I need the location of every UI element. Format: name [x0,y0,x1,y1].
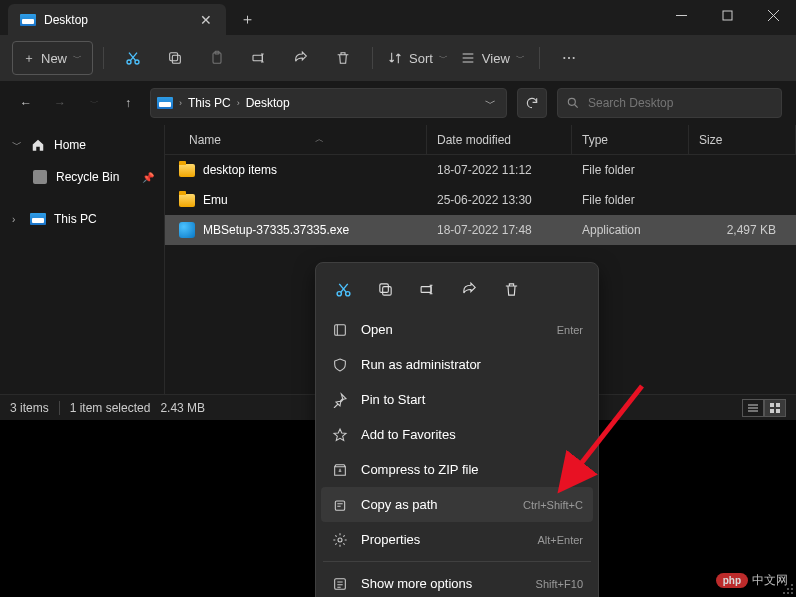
exe-icon [179,222,195,238]
sort-label: Sort [409,51,433,66]
column-header-size[interactable]: Size [689,125,796,154]
new-button[interactable]: ＋ New ﹀ [12,41,93,75]
sidebar-item-recycle[interactable]: Recycle Bin 📌 [0,161,164,193]
plus-icon: ＋ [23,50,35,67]
ctx-copy-button[interactable] [365,272,405,306]
zip-icon [331,461,349,479]
resize-handle[interactable] [780,581,794,595]
up-button[interactable]: ↑ [116,91,140,115]
svg-point-9 [568,57,570,59]
sidebar: ﹀ Home Recycle Bin 📌 › This PC [0,125,165,394]
sort-asc-icon: ︿ [315,133,324,146]
ctx-favorites[interactable]: Add to Favorites [321,417,593,452]
tab-title: Desktop [44,13,190,27]
cell-type: File folder [582,163,699,177]
folder-icon [179,164,195,177]
ctx-open[interactable]: Open Enter [321,312,593,347]
cell-name: MBSetup-37335.37335.exe [179,222,437,238]
ctx-show-more[interactable]: Show more options Shift+F10 [321,566,593,597]
folder-icon [179,194,195,207]
paste-button[interactable] [198,41,236,75]
cell-date: 18-07-2022 17:48 [437,223,582,237]
ctx-runas[interactable]: Run as administrator [321,347,593,382]
refresh-button[interactable] [517,88,547,118]
sidebar-label: Home [54,138,86,152]
search-icon [566,96,580,110]
svg-rect-22 [335,501,344,510]
search-box[interactable] [557,88,782,118]
column-header-name[interactable]: Name ︿ [179,125,427,154]
ctx-delete-button[interactable] [491,272,531,306]
cell-size: 2,497 KB [699,223,796,237]
share-button[interactable] [282,41,320,75]
ctx-share-button[interactable] [449,272,489,306]
maximize-button[interactable] [704,0,750,30]
sort-button[interactable]: Sort ﹀ [383,41,452,75]
back-button[interactable]: ← [14,91,38,115]
toolbar: ＋ New ﹀ Sort ﹀ View ﹀ [0,35,796,81]
ctx-properties[interactable]: Properties Alt+Enter [321,522,593,557]
recycle-bin-icon [32,170,48,184]
file-row[interactable]: Emu25-06-2022 13:30File folder [165,185,796,215]
tab-desktop[interactable]: Desktop ✕ [8,4,226,35]
chevron-right-icon: › [179,98,182,108]
context-menu: Open Enter Run as administrator Pin to S… [315,262,599,597]
search-input[interactable] [588,96,773,110]
chevron-down-icon: ﹀ [439,52,448,65]
ctx-pin[interactable]: Pin to Start [321,382,593,417]
collapse-icon[interactable]: ﹀ [12,138,22,152]
ctx-copy-as-path[interactable]: Copy as path Ctrl+Shift+C [321,487,593,522]
watermark-badge: php [716,573,748,588]
sidebar-item-thispc[interactable]: › This PC [0,203,164,235]
column-header-type[interactable]: Type [572,125,689,154]
pin-icon: 📌 [142,172,154,183]
expand-icon[interactable]: › [12,214,22,225]
new-tab-button[interactable]: ＋ [226,0,269,39]
sidebar-label: Recycle Bin [56,170,119,184]
minimize-button[interactable] [658,0,704,30]
more-button[interactable] [550,41,588,75]
sidebar-item-home[interactable]: ﹀ Home [0,129,164,161]
shield-icon [331,356,349,374]
breadcrumb-thispc[interactable]: This PC [188,96,231,110]
svg-rect-19 [379,283,388,292]
ctx-cut-button[interactable] [323,272,363,306]
address-bar[interactable]: › This PC › Desktop ﹀ [150,88,507,118]
view-details-button[interactable] [742,399,764,417]
watermark: php 中文网 [716,572,788,589]
file-row[interactable]: desktop items18-07-2022 11:12File folder [165,155,796,185]
address-dropdown-icon[interactable]: ﹀ [481,96,500,111]
svg-point-10 [572,57,574,59]
view-large-button[interactable] [764,399,786,417]
close-tab-icon[interactable]: ✕ [198,12,214,28]
svg-rect-3 [172,55,180,63]
context-iconbar [321,268,593,312]
close-window-button[interactable] [750,0,796,30]
column-header-date[interactable]: Date modified [427,125,572,154]
status-items: 3 items [10,401,49,415]
recent-chevron-down-icon[interactable]: ﹀ [82,91,106,115]
breadcrumb-desktop[interactable]: Desktop [246,96,290,110]
ctx-zip[interactable]: Compress to ZIP file [321,452,593,487]
cut-button[interactable] [114,41,152,75]
delete-button[interactable] [324,41,362,75]
svg-point-11 [568,98,575,105]
svg-point-23 [338,538,342,542]
cell-date: 25-06-2022 13:30 [437,193,582,207]
file-row[interactable]: MBSetup-37335.37335.exe18-07-2022 17:48A… [165,215,796,245]
svg-rect-15 [776,409,780,413]
svg-rect-21 [335,324,346,335]
forward-button[interactable]: → [48,91,72,115]
ctx-rename-button[interactable] [407,272,447,306]
star-icon [331,426,349,444]
chevron-right-icon: › [237,98,240,108]
copy-button[interactable] [156,41,194,75]
location-icon [157,97,173,109]
titlebar: Desktop ✕ ＋ [0,0,796,35]
navbar: ← → ﹀ ↑ › This PC › Desktop ﹀ [0,81,796,125]
rename-button[interactable] [240,41,278,75]
open-icon [331,321,349,339]
view-label: View [482,51,510,66]
view-button[interactable]: View ﹀ [456,41,529,75]
column-headers: Name ︿ Date modified Type Size [165,125,796,155]
